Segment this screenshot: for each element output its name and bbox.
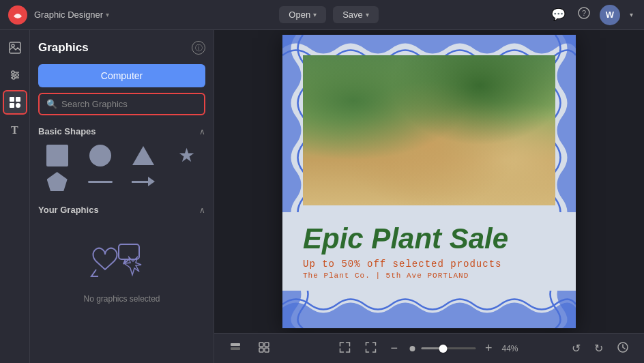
svg-rect-20 xyxy=(265,343,269,347)
nav-image[interactable] xyxy=(3,35,27,60)
shape-circle xyxy=(89,145,111,166)
layers-button[interactable] xyxy=(225,338,246,359)
sidebar-header: Graphics ⓘ xyxy=(38,41,205,55)
shapes-grid: ★ xyxy=(38,145,205,191)
basic-shapes-chevron: ∧ xyxy=(199,127,205,136)
svg-rect-18 xyxy=(231,347,240,350)
shape-pentagon-item[interactable] xyxy=(38,172,76,191)
save-button[interactable]: Save ▾ xyxy=(333,6,379,23)
history-button[interactable] xyxy=(613,338,633,359)
app-name-dropdown[interactable]: Graphic Designer ▾ xyxy=(34,10,109,20)
design-card: Epic Plant Sale Up to 50% off selected p… xyxy=(282,35,576,328)
no-graphics-text: No graphics selected xyxy=(83,294,160,304)
shape-circle-item[interactable] xyxy=(81,145,119,166)
empty-graphics-illustration xyxy=(81,234,163,289)
tagline: The Plant Co. | 5th Ave PORTLAND xyxy=(303,272,555,280)
svg-rect-19 xyxy=(259,343,263,347)
shape-line-item[interactable] xyxy=(81,172,119,191)
app-name-label: Graphic Designer xyxy=(34,10,103,20)
icon-nav: T xyxy=(0,30,30,363)
your-graphics-chevron: ∧ xyxy=(199,205,205,215)
shape-triangle xyxy=(132,146,154,165)
shape-star-item[interactable]: ★ xyxy=(168,145,205,166)
svg-point-14 xyxy=(16,103,20,108)
fit-button[interactable] xyxy=(334,338,355,359)
grid-button[interactable] xyxy=(254,338,274,359)
svg-rect-3 xyxy=(10,42,20,53)
svg-rect-22 xyxy=(265,348,269,352)
avatar[interactable]: W xyxy=(600,5,620,25)
svg-point-23 xyxy=(409,346,415,351)
svg-rect-13 xyxy=(10,103,14,108)
your-graphics-section: Your Graphics ∧ No graphics selected xyxy=(38,205,205,315)
canvas-area: Epic Plant Sale Up to 50% off selected p… xyxy=(214,30,644,363)
svg-rect-17 xyxy=(231,343,240,346)
open-button[interactable]: Open ▾ xyxy=(279,6,326,23)
graphics-empty-state: No graphics selected xyxy=(38,223,205,315)
canvas-viewport[interactable]: Epic Plant Sale Up to 50% off selected p… xyxy=(214,30,644,333)
help-button[interactable]: ? xyxy=(575,4,593,25)
svg-point-9 xyxy=(16,74,18,76)
avatar-chevron[interactable]: ▾ xyxy=(627,8,636,21)
zoom-slider[interactable] xyxy=(407,344,475,353)
comment-button[interactable]: 💬 xyxy=(548,5,568,25)
zoom-percent: 44% xyxy=(502,344,524,353)
plant-photo xyxy=(303,55,555,205)
shape-triangle-item[interactable] xyxy=(125,145,162,166)
topbar-center: Open ▾ Save ▾ xyxy=(279,6,378,23)
svg-text:T: T xyxy=(11,124,18,136)
svg-text:?: ? xyxy=(582,9,586,17)
redo-button[interactable]: ↻ xyxy=(590,339,607,358)
main-area: T Graphics ⓘ Computer 🔍 Basic Shapes ∧ xyxy=(0,30,644,363)
basic-shapes-section-header[interactable]: Basic Shapes ∧ xyxy=(38,126,205,136)
your-graphics-label: Your Graphics xyxy=(38,205,99,215)
sidebar-panel: Graphics ⓘ Computer 🔍 Basic Shapes ∧ ★ xyxy=(30,30,214,363)
bottom-toolbar: − + 44% ↺ xyxy=(214,333,644,363)
zoom-dot-icon xyxy=(407,344,417,353)
zoom-out-button[interactable]: − xyxy=(386,338,402,358)
subheadline: Up to 50% off selected products xyxy=(303,259,555,270)
shape-square xyxy=(46,145,68,166)
shape-arrow xyxy=(132,177,155,186)
svg-point-8 xyxy=(12,71,14,74)
your-graphics-header[interactable]: Your Graphics ∧ xyxy=(38,205,205,215)
shape-arrow-item[interactable] xyxy=(125,172,162,191)
nav-graphics[interactable] xyxy=(3,90,27,115)
shape-line xyxy=(88,181,113,183)
search-box[interactable]: 🔍 xyxy=(38,93,205,115)
svg-point-10 xyxy=(12,76,15,79)
svg-rect-21 xyxy=(259,348,263,352)
shape-star: ★ xyxy=(178,146,195,165)
bottom-toolbar-left xyxy=(225,338,274,359)
undo-button[interactable]: ↺ xyxy=(568,339,585,358)
app-name-chevron: ▾ xyxy=(106,11,109,18)
zoom-thumb[interactable] xyxy=(439,345,447,353)
sidebar-title: Graphics xyxy=(38,41,89,55)
shape-pentagon xyxy=(47,172,68,191)
info-icon[interactable]: ⓘ xyxy=(192,41,205,55)
topbar: Graphic Designer ▾ Open ▾ Save ▾ 💬 ? W ▾ xyxy=(0,0,644,30)
search-icon: 🔍 xyxy=(46,99,57,109)
wave-bottom xyxy=(282,291,576,328)
svg-rect-12 xyxy=(16,97,20,102)
svg-rect-11 xyxy=(10,97,14,102)
topbar-right: 💬 ? W ▾ xyxy=(548,4,636,25)
design-text-area: Epic Plant Sale Up to 50% off selected p… xyxy=(282,212,576,291)
bottom-toolbar-right: ↺ ↻ xyxy=(568,338,633,359)
nav-text[interactable]: T xyxy=(3,117,27,142)
app-logo xyxy=(8,5,27,25)
search-input[interactable] xyxy=(61,99,197,109)
fit2-button[interactable] xyxy=(360,338,381,359)
nav-adjust[interactable] xyxy=(3,63,27,87)
zoom-in-button[interactable]: + xyxy=(481,338,497,358)
zoom-track[interactable] xyxy=(421,347,475,349)
bottom-toolbar-center: − + 44% xyxy=(334,338,523,359)
basic-shapes-label: Basic Shapes xyxy=(38,126,96,136)
shape-square-item[interactable] xyxy=(38,145,76,166)
computer-button[interactable]: Computer xyxy=(38,64,205,87)
headline: Epic Plant Sale xyxy=(303,223,555,255)
